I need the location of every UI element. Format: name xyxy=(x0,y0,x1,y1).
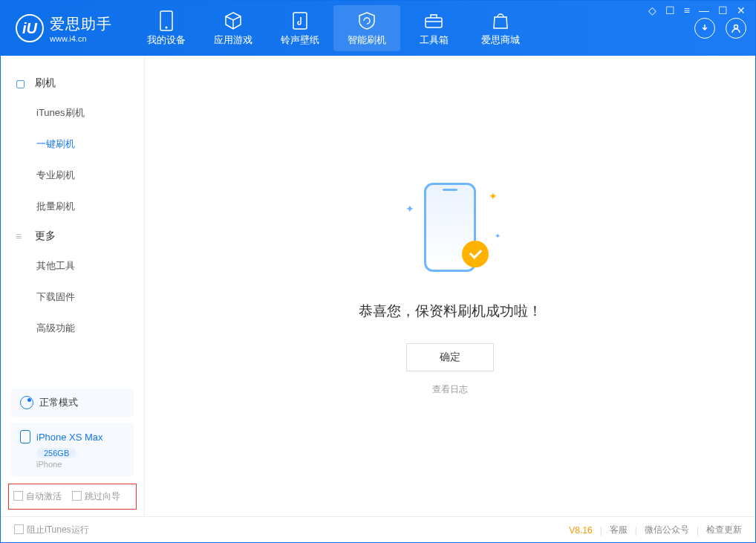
nav-smart-flash[interactable]: 智能刷机 xyxy=(333,5,400,51)
footer-link-support[interactable]: 客服 xyxy=(610,524,628,536)
app-name: 爱思助手 xyxy=(50,14,112,34)
logo-icon: iU xyxy=(16,14,44,42)
svg-rect-3 xyxy=(426,18,442,27)
download-button[interactable] xyxy=(694,18,715,39)
device-capacity: 256GB xyxy=(36,448,76,458)
device-name: iPhone XS Max xyxy=(36,432,103,443)
checkbox-auto-activate[interactable]: 自动激活 xyxy=(13,490,62,503)
header: iU 爱思助手 www.i4.cn 我的设备 应用游戏 铃声壁纸 智能刷机 工具… xyxy=(1,1,755,56)
footer: 阻止iTunes运行 V8.16 | 客服 | 微信公众号 | 检查更新 xyxy=(1,516,755,543)
nav-ringtone-wallpaper[interactable]: 铃声壁纸 xyxy=(267,5,333,51)
app-url: www.i4.cn xyxy=(50,34,112,43)
logo[interactable]: iU 爱思助手 www.i4.cn xyxy=(16,14,112,43)
sidebar-item-itunes-flash[interactable]: iTunes刷机 xyxy=(1,97,144,129)
mode-label: 正常模式 xyxy=(39,396,78,409)
sidebar-item-advanced[interactable]: 高级功能 xyxy=(1,313,144,344)
group-more: ≡ 更多 xyxy=(1,222,144,250)
minimize-icon[interactable]: — xyxy=(699,4,709,16)
sidebar: ▢ 刷机 iTunes刷机 一键刷机 专业刷机 批量刷机 ≡ 更多 其他工具 下… xyxy=(1,56,145,516)
list-icon: ≡ xyxy=(16,230,27,242)
ok-button[interactable]: 确定 xyxy=(406,343,494,371)
music-file-icon xyxy=(267,10,333,32)
window-controls: ◇ ☐ ≡ — ☐ ✕ xyxy=(648,4,746,16)
skin-icon[interactable]: ◇ xyxy=(648,4,656,16)
sidebar-item-download-firmware[interactable]: 下载固件 xyxy=(1,282,144,313)
version-label: V8.16 xyxy=(569,525,592,536)
footer-link-wechat[interactable]: 微信公众号 xyxy=(645,524,689,536)
check-badge-icon xyxy=(462,241,489,267)
nav-store[interactable]: 爱思商城 xyxy=(467,5,534,51)
svg-point-1 xyxy=(166,27,168,29)
svg-rect-2 xyxy=(293,13,307,29)
checkbox-skip-guide[interactable]: 跳过向导 xyxy=(72,490,120,503)
user-button[interactable] xyxy=(726,18,746,39)
phone-icon: ▢ xyxy=(16,77,27,89)
success-illustration: ✦✦✦ xyxy=(398,177,502,281)
success-message: 恭喜您，保资料刷机成功啦！ xyxy=(359,302,542,321)
view-log-link[interactable]: 查看日志 xyxy=(432,383,468,396)
feedback-icon[interactable]: ☐ xyxy=(665,4,675,16)
highlighted-options: 自动激活 跳过向导 xyxy=(8,484,137,510)
device-type: iPhone xyxy=(36,460,125,469)
mode-box[interactable]: 正常模式 xyxy=(11,388,134,417)
group-flash: ▢ 刷机 xyxy=(1,69,144,97)
device-box[interactable]: iPhone XS Max 256GB iPhone xyxy=(11,423,134,476)
nav-toolbox[interactable]: 工具箱 xyxy=(400,5,467,51)
sidebar-item-batch-flash[interactable]: 批量刷机 xyxy=(1,191,144,222)
main-content: ✦✦✦ 恭喜您，保资料刷机成功啦！ 确定 查看日志 xyxy=(145,56,755,516)
mode-icon xyxy=(20,396,33,409)
menu-icon[interactable]: ≡ xyxy=(684,4,690,16)
maximize-icon[interactable]: ☐ xyxy=(718,4,728,16)
svg-point-4 xyxy=(734,25,738,29)
device-icon xyxy=(133,10,200,32)
close-icon[interactable]: ✕ xyxy=(737,4,746,16)
footer-link-update[interactable]: 检查更新 xyxy=(706,524,742,536)
checkbox-block-itunes[interactable]: 阻止iTunes运行 xyxy=(14,524,89,536)
sidebar-item-other-tools[interactable]: 其他工具 xyxy=(1,250,144,282)
nav-my-device[interactable]: 我的设备 xyxy=(133,5,200,51)
refresh-shield-icon xyxy=(333,10,400,32)
cube-icon xyxy=(200,10,267,32)
device-small-icon xyxy=(20,430,30,443)
nav-apps-games[interactable]: 应用游戏 xyxy=(200,5,267,51)
bag-icon xyxy=(467,10,534,32)
sidebar-item-onekey-flash[interactable]: 一键刷机 xyxy=(1,129,144,160)
sidebar-item-pro-flash[interactable]: 专业刷机 xyxy=(1,160,144,191)
top-nav: 我的设备 应用游戏 铃声壁纸 智能刷机 工具箱 爱思商城 xyxy=(133,5,534,51)
toolbox-icon xyxy=(400,10,467,32)
